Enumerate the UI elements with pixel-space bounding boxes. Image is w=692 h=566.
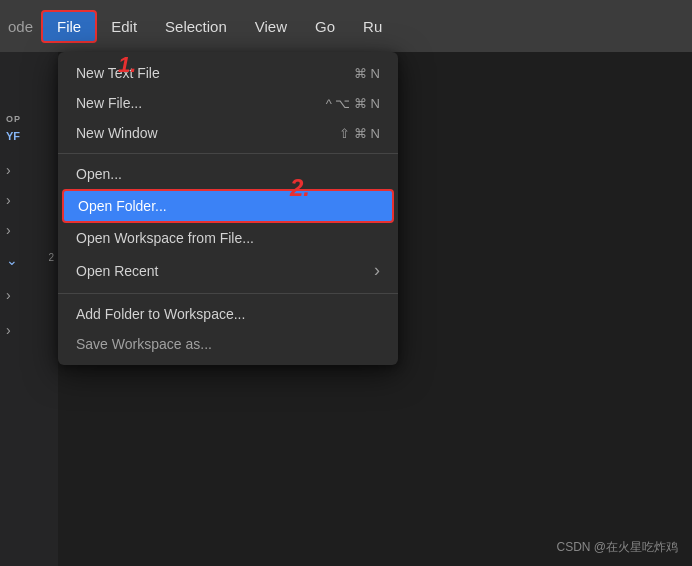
shortcut-new-file: ^ ⌥ ⌘ N — [326, 96, 380, 111]
sidebar-chevron-4: ⌄ — [6, 252, 18, 268]
menu-item-new-window[interactable]: New Window ⇧ ⌘ N — [58, 118, 398, 148]
menu-item-save-workspace[interactable]: Save Workspace as... — [58, 329, 398, 359]
sidebar-chevron-1: › — [6, 162, 11, 178]
menu-edit[interactable]: Edit — [97, 12, 151, 41]
menu-item-open-workspace[interactable]: Open Workspace from File... — [58, 223, 398, 253]
file-dropdown-menu: New Text File ⌘ N New File... ^ ⌥ ⌘ N Ne… — [58, 52, 398, 365]
sidebar-item: YF — [6, 130, 20, 142]
app-name-prefix: ode — [0, 12, 41, 41]
sidebar-label: OP — [6, 114, 21, 124]
sidebar-chevron-5: › — [6, 287, 11, 303]
menu-item-open-recent[interactable]: Open Recent — [58, 253, 398, 288]
menu-item-add-folder[interactable]: Add Folder to Workspace... — [58, 299, 398, 329]
sidebar-chevron-6: › — [6, 322, 11, 338]
menu-item-open[interactable]: Open... — [58, 159, 398, 189]
sidebar: OP YF › › › ⌄ › › 2 — [0, 52, 58, 566]
menu-go[interactable]: Go — [301, 12, 349, 41]
watermark: CSDN @在火星吃炸鸡 — [556, 539, 678, 556]
menu-item-new-text-file[interactable]: New Text File ⌘ N — [58, 58, 398, 88]
sidebar-chevron-3: › — [6, 222, 11, 238]
menu-run[interactable]: Ru — [349, 12, 396, 41]
menu-item-open-folder[interactable]: Open Folder... — [62, 189, 394, 223]
open-recent-arrow — [374, 260, 380, 281]
shortcut-new-window: ⇧ ⌘ N — [339, 126, 380, 141]
menu-item-new-file[interactable]: New File... ^ ⌥ ⌘ N — [58, 88, 398, 118]
separator-2 — [58, 293, 398, 294]
menu-selection[interactable]: Selection — [151, 12, 241, 41]
shortcut-new-text-file: ⌘ N — [354, 66, 380, 81]
menu-view[interactable]: View — [241, 12, 301, 41]
menubar: ode File Edit Selection View Go Ru — [0, 0, 692, 52]
sidebar-number: 2 — [48, 252, 54, 263]
sidebar-chevron-2: › — [6, 192, 11, 208]
separator-1 — [58, 153, 398, 154]
menu-file[interactable]: File — [41, 10, 97, 43]
